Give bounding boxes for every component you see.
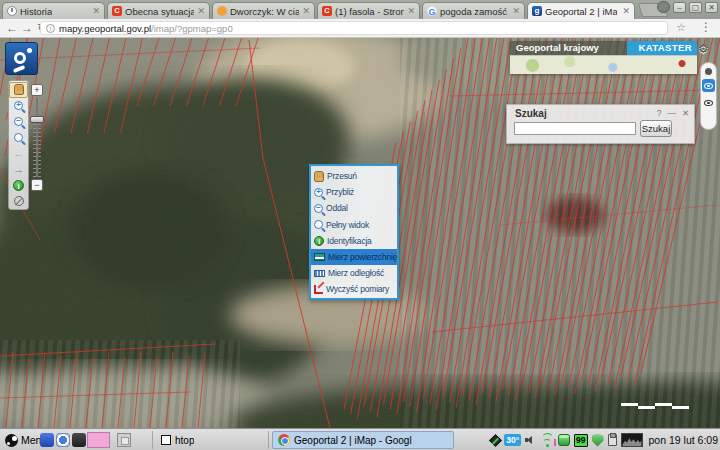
tab-close-icon[interactable]: ✕ bbox=[407, 7, 415, 16]
menu-item-clear-measurements[interactable]: Wyczyść pomiary bbox=[311, 281, 397, 297]
zoom-out-icon: − bbox=[314, 204, 323, 213]
volume-icon[interactable] bbox=[525, 435, 536, 445]
layer-hidden-button[interactable] bbox=[702, 96, 715, 109]
eye-icon bbox=[704, 83, 713, 89]
search-panel-controls: ? — ✕ bbox=[657, 108, 689, 118]
zoom-minus-button[interactable]: − bbox=[31, 179, 43, 191]
launcher-chromium-icon[interactable] bbox=[56, 433, 70, 447]
cpu-monitor-icon[interactable] bbox=[621, 433, 643, 447]
gear-icon[interactable]: ⚙ bbox=[698, 42, 709, 56]
zoom-in-tool-button[interactable]: + bbox=[9, 98, 28, 114]
forward-icon[interactable]: → bbox=[21, 20, 33, 36]
google-icon: G bbox=[427, 6, 437, 16]
search-panel: Szukaj ? — ✕ Szukaj bbox=[506, 104, 695, 144]
disk-icon[interactable] bbox=[558, 434, 570, 446]
maximize-button[interactable]: ▢ bbox=[689, 2, 702, 13]
help-icon[interactable]: ? bbox=[657, 108, 662, 118]
tab-historia[interactable]: Historia ✕ bbox=[2, 2, 105, 19]
menu-item-full-view[interactable]: Pełny widok bbox=[311, 217, 397, 233]
zoom-in-icon: + bbox=[14, 101, 23, 110]
address-bar[interactable]: i mapy.geoportal.gov.pl/imap/?gpmap=gp0 bbox=[40, 21, 668, 35]
identify-icon: i bbox=[13, 180, 24, 191]
battery-indicator[interactable]: 99 bbox=[574, 434, 587, 447]
zoom-out-tool-button[interactable]: − bbox=[9, 114, 28, 130]
layer-visibility-panel bbox=[700, 62, 717, 130]
identify-tool-button[interactable]: i bbox=[9, 177, 28, 193]
tab-geoportal-active[interactable]: g Geoportal 2 | iMap ✕ bbox=[527, 2, 635, 19]
menu-item-pan[interactable]: Przesuń bbox=[311, 168, 397, 184]
composition-kataster[interactable]: KATASTER bbox=[627, 41, 697, 55]
tab-close-icon[interactable]: ✕ bbox=[622, 7, 630, 16]
clear-selection-button[interactable] bbox=[9, 193, 28, 209]
tab-title: Dworczyk: W ciąg bbox=[230, 6, 299, 17]
browser-menu-icon[interactable]: ⋮ bbox=[700, 20, 712, 34]
weather-temperature-badge[interactable]: 30° bbox=[504, 434, 521, 446]
menu-item-measure-area[interactable]: Mierz powierzchnię bbox=[311, 249, 397, 265]
pink-window-swatch[interactable] bbox=[87, 432, 110, 448]
composition-map-preview[interactable] bbox=[510, 55, 697, 74]
system-tray: 30° 99 pon 19 lut 6:09 bbox=[491, 431, 718, 449]
search-button[interactable]: Szukaj bbox=[640, 120, 672, 137]
tab-close-icon[interactable]: ✕ bbox=[197, 7, 205, 16]
scale-bar bbox=[621, 403, 689, 409]
tab-title: Historia bbox=[20, 6, 52, 17]
taskbar-window-geoportal[interactable]: Geoportal 2 | iMap - Googl bbox=[272, 431, 454, 449]
full-extent-icon bbox=[314, 220, 323, 229]
menu-item-zoom-out[interactable]: − Oddal bbox=[311, 200, 397, 216]
geoportal-favicon: g bbox=[532, 6, 542, 16]
chrome-icon bbox=[278, 434, 290, 446]
arrow-left-icon: ← bbox=[13, 148, 24, 159]
tab-close-icon[interactable]: ✕ bbox=[302, 7, 310, 16]
previous-view-button[interactable]: ← bbox=[9, 146, 28, 162]
tab-title: pogoda zamość - S bbox=[440, 6, 509, 17]
full-extent-icon bbox=[14, 133, 23, 142]
launcher-browser-icon[interactable] bbox=[40, 433, 54, 447]
bookmark-star-icon[interactable]: ☆ bbox=[676, 21, 686, 34]
map-viewport[interactable]: + − ← → i + − Geoportal krajowy KATASTER… bbox=[0, 38, 720, 428]
back-icon[interactable]: ← bbox=[6, 20, 18, 36]
pan-tool-button[interactable] bbox=[9, 82, 28, 98]
page-info-icon[interactable]: i bbox=[46, 24, 55, 33]
measure-distance-icon bbox=[314, 270, 325, 277]
eye-icon bbox=[704, 100, 713, 106]
tray-app-icon[interactable] bbox=[489, 434, 502, 447]
close-button[interactable]: ✕ bbox=[705, 2, 718, 13]
show-desktop-button[interactable] bbox=[117, 433, 131, 447]
menu-item-identify[interactable]: i Identyfikacja bbox=[311, 233, 397, 249]
tab-close-icon[interactable]: ✕ bbox=[92, 7, 100, 16]
minimize-panel-icon[interactable]: — bbox=[667, 108, 676, 118]
close-panel-icon[interactable]: ✕ bbox=[682, 108, 689, 118]
full-extent-tool-button[interactable] bbox=[9, 130, 28, 146]
menu-item-measure-distance[interactable]: Mierz odległość bbox=[311, 265, 397, 281]
zoom-slider-track[interactable] bbox=[33, 97, 41, 177]
taskbar-clock[interactable]: pon 19 lut 6:09 bbox=[647, 434, 718, 446]
tab-close-icon[interactable]: ✕ bbox=[512, 7, 520, 16]
clear-measurements-icon bbox=[314, 285, 323, 294]
tab-fasola[interactable]: C (1) fasola - Strona ✕ bbox=[317, 2, 420, 19]
search-input[interactable] bbox=[514, 122, 636, 135]
launcher-terminal-icon[interactable] bbox=[72, 433, 86, 447]
map-toolbar: + − ← → i bbox=[8, 80, 29, 210]
tab-dworczyk[interactable]: Dworczyk: W ciąg ✕ bbox=[212, 2, 315, 19]
shield-icon[interactable] bbox=[592, 434, 604, 447]
tab-pogoda[interactable]: G pogoda zamość - S ✕ bbox=[422, 2, 525, 19]
zoom-out-icon: − bbox=[14, 117, 23, 126]
hand-icon bbox=[14, 84, 24, 95]
panel-dot-button[interactable] bbox=[705, 68, 712, 75]
zoom-slider-handle[interactable] bbox=[30, 116, 44, 123]
minimize-button[interactable]: – bbox=[673, 2, 686, 13]
wifi-icon[interactable] bbox=[540, 435, 554, 446]
map-context-menu: Przesuń + Przybliż − Oddal Pełny widok i… bbox=[309, 164, 399, 300]
clipboard-icon[interactable] bbox=[608, 434, 617, 446]
composition-geoportal-krajowy[interactable]: Geoportal krajowy bbox=[510, 41, 627, 55]
menu-item-zoom-in[interactable]: + Przybliż bbox=[311, 184, 397, 200]
profile-avatar[interactable] bbox=[657, 1, 670, 13]
layer-visible-button[interactable] bbox=[702, 79, 715, 92]
arrow-right-icon: → bbox=[13, 164, 24, 175]
search-panel-title: Szukaj bbox=[515, 108, 547, 119]
next-view-button[interactable]: → bbox=[9, 161, 28, 177]
taskbar-window-htop[interactable]: htop bbox=[156, 431, 266, 449]
tab-obecna-sytuacja[interactable]: C Obecna sytuacja p ✕ bbox=[107, 2, 210, 19]
zoom-plus-button[interactable]: + bbox=[31, 84, 43, 96]
geoportal-logo bbox=[5, 42, 38, 75]
